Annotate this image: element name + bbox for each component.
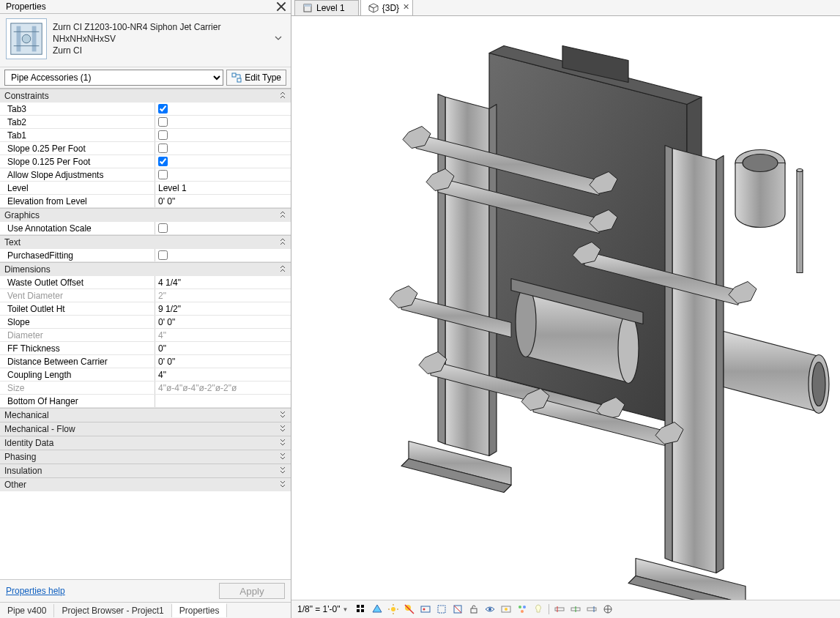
- dock-tab[interactable]: Properties: [172, 603, 228, 617]
- chevron-down-icon[interactable]: [275, 33, 285, 45]
- property-checkbox[interactable]: [158, 144, 168, 153]
- property-row[interactable]: Allow Slope Adjustments: [0, 168, 291, 182]
- constraints1-icon[interactable]: [554, 603, 565, 615]
- property-checkbox[interactable]: [158, 250, 168, 260]
- property-value[interactable]: 4": [155, 368, 291, 381]
- property-value[interactable]: [155, 222, 291, 234]
- property-row[interactable]: FF Thickness0": [0, 342, 291, 355]
- property-row[interactable]: Tab2: [0, 116, 291, 129]
- property-row[interactable]: Coupling Length4": [0, 368, 291, 381]
- close-icon[interactable]: ✕: [403, 2, 409, 12]
- property-value[interactable]: 0' 0": [155, 355, 291, 368]
- property-row[interactable]: Distance Between Carrier0' 0": [0, 355, 291, 368]
- property-value[interactable]: 2": [155, 289, 291, 302]
- group-header[interactable]: Dimensions: [0, 262, 291, 276]
- property-value[interactable]: [155, 129, 291, 141]
- property-row[interactable]: Use Annotation Scale: [0, 222, 291, 235]
- property-value[interactable]: [155, 155, 291, 168]
- group-header[interactable]: Identity Data: [0, 436, 291, 450]
- property-value[interactable]: [155, 103, 291, 115]
- close-icon[interactable]: [276, 1, 286, 12]
- shadows-icon[interactable]: [404, 603, 415, 615]
- property-name: Vent Diameter: [0, 289, 155, 302]
- property-value[interactable]: [155, 116, 291, 128]
- property-checkbox[interactable]: [158, 170, 168, 179]
- group-header[interactable]: Text: [0, 235, 291, 249]
- apply-button[interactable]: Apply: [219, 583, 285, 599]
- temporary-hide-icon[interactable]: [484, 603, 496, 615]
- property-row[interactable]: LevelLevel 1: [0, 182, 291, 195]
- property-row[interactable]: Bottom Of Hanger: [0, 395, 291, 408]
- property-row[interactable]: Elevation from Level0' 0": [0, 195, 291, 208]
- view-tab[interactable]: Level 1: [294, 0, 359, 15]
- sun-path-icon[interactable]: [387, 603, 399, 615]
- property-checkbox[interactable]: [158, 130, 168, 140]
- property-value[interactable]: 4"ø-4"ø-4"ø-2"ø-2"ø: [155, 381, 291, 394]
- lightbulb-icon[interactable]: [532, 603, 544, 615]
- family-selector[interactable]: Zurn CI Z1203-100-NR4 Siphon Jet Carrier…: [0, 14, 291, 67]
- dock-tab[interactable]: Project Browser - Project1: [54, 604, 171, 617]
- property-value[interactable]: 9 1/2": [155, 302, 291, 315]
- nav-icon[interactable]: [602, 603, 614, 615]
- group-header[interactable]: Phasing: [0, 450, 291, 464]
- property-value[interactable]: [155, 142, 291, 154]
- chevron-down-icon: [279, 466, 286, 475]
- group-header[interactable]: Constraints: [0, 89, 291, 103]
- property-value[interactable]: 4 1/4": [155, 276, 291, 288]
- property-value[interactable]: [155, 249, 291, 261]
- property-value[interactable]: 0' 0": [155, 195, 291, 207]
- crop-visible-icon[interactable]: [452, 603, 464, 615]
- crop-region-icon[interactable]: [436, 603, 447, 615]
- property-checkbox[interactable]: [158, 157, 168, 166]
- property-value[interactable]: Level 1: [155, 182, 291, 194]
- svg-point-49: [523, 606, 526, 608]
- group-header[interactable]: Other: [0, 477, 291, 491]
- property-row[interactable]: Size4"ø-4"ø-4"ø-2"ø-2"ø: [0, 381, 291, 395]
- property-value[interactable]: 0' 0": [155, 316, 291, 328]
- property-checkbox[interactable]: [158, 117, 168, 127]
- property-value[interactable]: [155, 395, 291, 407]
- render-icon[interactable]: [420, 603, 431, 615]
- property-row[interactable]: Slope 0.125 Per Foot: [0, 155, 291, 168]
- view-scale[interactable]: 1/8" = 1'-0" ▼: [297, 604, 351, 614]
- view-tab[interactable]: {3D}✕: [360, 0, 413, 15]
- unlock-icon[interactable]: [468, 603, 480, 615]
- property-value[interactable]: 4": [155, 329, 291, 341]
- property-row[interactable]: PurchasedFitting: [0, 249, 291, 262]
- worksharing-icon[interactable]: [516, 603, 528, 615]
- property-row[interactable]: Toilet Outlet Ht9 1/2": [0, 302, 291, 316]
- svg-rect-51: [555, 608, 564, 611]
- chevron-up-icon: [279, 92, 286, 100]
- viewport-3d[interactable]: [291, 16, 840, 600]
- visual-style-icon[interactable]: [371, 603, 383, 615]
- constraints3-icon[interactable]: [586, 603, 598, 615]
- group-header[interactable]: Mechanical - Flow: [0, 422, 291, 436]
- property-row[interactable]: Vent Diameter2": [0, 289, 291, 302]
- property-value[interactable]: [155, 168, 291, 181]
- group-header[interactable]: Graphics: [0, 208, 291, 222]
- properties-help-link[interactable]: Properties help: [6, 586, 213, 596]
- view-scale-value: 1/8" = 1'-0": [297, 604, 341, 614]
- reveal-hidden-icon[interactable]: [500, 603, 512, 615]
- category-selector[interactable]: Pipe Accessories (1): [4, 70, 223, 86]
- group-header[interactable]: Insulation: [0, 464, 291, 477]
- property-row[interactable]: Diameter4": [0, 329, 291, 342]
- detail-level-icon[interactable]: [355, 603, 367, 615]
- svg-rect-30: [361, 605, 364, 608]
- property-checkbox[interactable]: [158, 223, 168, 233]
- properties-list[interactable]: ConstraintsTab3Tab2Tab1Slope 0.25 Per Fo…: [0, 89, 291, 579]
- property-row[interactable]: Waste Outlet Offset4 1/4": [0, 276, 291, 289]
- svg-rect-6: [232, 73, 236, 77]
- property-row[interactable]: Slope 0.25 Per Foot: [0, 142, 291, 155]
- constraints2-icon[interactable]: [570, 603, 581, 615]
- property-row[interactable]: Tab3: [0, 103, 291, 116]
- property-value[interactable]: 0": [155, 342, 291, 354]
- dock-tab[interactable]: Pipe v400: [0, 604, 54, 617]
- property-row[interactable]: Tab1: [0, 129, 291, 142]
- group-title: Mechanical - Flow: [4, 424, 279, 434]
- group-header[interactable]: Mechanical: [0, 408, 291, 422]
- property-name: Coupling Length: [0, 368, 155, 381]
- property-row[interactable]: Slope0' 0": [0, 316, 291, 329]
- edit-type-button[interactable]: Edit Type: [226, 70, 286, 86]
- property-checkbox[interactable]: [158, 104, 168, 113]
